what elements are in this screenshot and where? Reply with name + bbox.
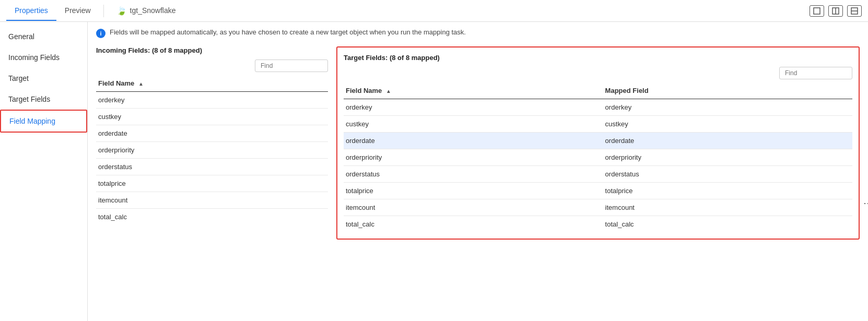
table-row: orderstatus xyxy=(96,159,328,175)
table-row: totalpricetotalprice xyxy=(344,183,852,199)
table-row: total_calc xyxy=(96,209,328,225)
three-dot-menu[interactable]: ⋮ xyxy=(863,199,868,207)
svg-rect-0 xyxy=(814,8,820,14)
target-panel-title: Target Fields: (8 of 8 mapped) xyxy=(344,54,852,62)
target-field-table: Field Name ▲ Mapped Field orderkeyorderk… xyxy=(344,84,852,232)
sort-arrow-icon: ▲ xyxy=(138,81,144,87)
table-row: orderpriorityorderpriority xyxy=(344,149,852,166)
table-row: orderpriority xyxy=(96,142,328,159)
tab-bar: Properties Preview 🍃 tgt_Snowflake xyxy=(0,0,868,22)
incoming-fields-panel: Incoming Fields: (8 of 8 mapped) Field N… xyxy=(96,46,336,240)
table-row: custkey xyxy=(96,109,328,125)
incoming-col-field-name: Field Name ▲ xyxy=(96,76,328,92)
info-bar: i Fields will be mapped automatically, a… xyxy=(96,28,860,38)
table-row: orderkeyorderkey xyxy=(344,99,852,116)
content-area: i Fields will be mapped automatically, a… xyxy=(88,22,868,321)
table-row: orderdate xyxy=(96,125,328,142)
sidebar-item-target-fields[interactable]: Target Fields xyxy=(0,89,87,110)
tab-preview-label: Preview xyxy=(65,6,91,15)
table-row: itemcountitemcount xyxy=(344,199,852,216)
target-col-field-name: Field Name ▲ xyxy=(344,84,603,99)
incoming-panel-title: Incoming Fields: (8 of 8 mapped) xyxy=(96,46,328,54)
target-sort-arrow-icon: ▲ xyxy=(386,88,391,94)
info-icon: i xyxy=(96,29,105,38)
tab-tgt-label: tgt_Snowflake xyxy=(130,6,176,15)
tab-tgt-snowflake[interactable]: 🍃 tgt_Snowflake xyxy=(108,1,184,22)
layout-btn-2[interactable] xyxy=(828,5,843,17)
incoming-field-table: Field Name ▲ orderkeycustkeyorderdateord… xyxy=(96,76,328,225)
table-row: itemcount xyxy=(96,192,328,209)
sidebar: General Incoming Fields Target Target Fi… xyxy=(0,22,88,321)
target-col-mapped-field: Mapped Field xyxy=(603,84,852,99)
tab-preview[interactable]: Preview xyxy=(56,1,99,21)
main-layout: General Incoming Fields Target Target Fi… xyxy=(0,22,868,321)
window-controls xyxy=(810,5,862,17)
incoming-find-input[interactable] xyxy=(255,60,328,72)
table-row: orderstatusorderstatus xyxy=(344,166,852,183)
sidebar-item-field-mapping[interactable]: Field Mapping xyxy=(0,110,87,133)
tab-properties[interactable]: Properties xyxy=(6,1,56,21)
sidebar-item-target[interactable]: Target xyxy=(0,68,87,89)
tab-divider xyxy=(103,5,104,17)
target-fields-panel: Target Fields: (8 of 8 mapped) Field Nam… xyxy=(336,46,860,240)
snowflake-icon: 🍃 xyxy=(116,6,127,16)
info-text: Fields will be mapped automatically, as … xyxy=(110,28,466,36)
incoming-find-wrap xyxy=(96,60,328,72)
layout-btn-3[interactable] xyxy=(847,5,862,17)
table-row: totalprice xyxy=(96,175,328,192)
table-row: orderkey xyxy=(96,92,328,109)
table-row: total_calctotal_calc xyxy=(344,216,852,233)
table-row: custkeycustkey xyxy=(344,116,852,133)
target-find-input[interactable] xyxy=(779,67,852,79)
layout-btn-1[interactable] xyxy=(810,5,824,17)
sidebar-item-general[interactable]: General xyxy=(0,26,87,47)
tab-properties-label: Properties xyxy=(15,6,48,15)
mapping-area: Incoming Fields: (8 of 8 mapped) Field N… xyxy=(96,46,860,240)
sidebar-item-incoming-fields[interactable]: Incoming Fields xyxy=(0,47,87,68)
table-row: orderdateorderdate xyxy=(344,133,852,149)
target-find-wrap xyxy=(344,67,852,79)
